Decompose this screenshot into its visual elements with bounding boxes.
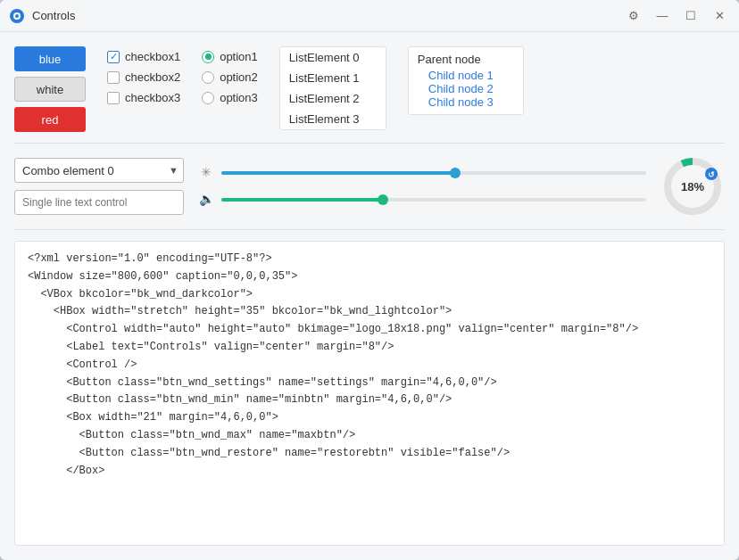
radio-2[interactable] <box>202 71 214 84</box>
divider-2 <box>14 229 725 230</box>
list-item-1[interactable]: ListElement 1 <box>280 68 386 88</box>
slider-2-track[interactable] <box>221 198 646 202</box>
checkbox-3-label: checkbox3 <box>125 91 180 104</box>
checkmark-1: ✓ <box>110 51 118 62</box>
checkbox-item-3[interactable]: checkbox3 <box>107 91 180 104</box>
option-item-3[interactable]: option3 <box>202 91 258 104</box>
volume-icon: 🔈 <box>198 192 214 208</box>
checkbox-item-1[interactable]: ✓ checkbox1 <box>107 50 180 63</box>
tree-child-2[interactable]: Child node 2 <box>418 82 514 95</box>
checkbox-item-2[interactable]: checkbox2 <box>107 70 180 84</box>
settings-button[interactable]: ⚙ <box>623 5 644 27</box>
slider-2-thumb[interactable] <box>378 194 388 205</box>
app-icon <box>9 8 25 24</box>
radio-1[interactable] <box>202 51 214 63</box>
option-item-2[interactable]: option2 <box>202 70 258 84</box>
titlebar: Controls ⚙ — ☐ ✕ <box>0 0 739 32</box>
sliders-section: ✳ 🔈 <box>198 165 646 208</box>
code-line-9: <Box width="21" margin="4,6,0,0"> <box>28 409 711 427</box>
list-item-3[interactable]: ListElement 3 <box>280 109 386 129</box>
option-item-1[interactable]: option1 <box>202 50 258 63</box>
minimize-button[interactable]: — <box>652 5 673 27</box>
code-line-8: <Button class="btn_wnd_min" name="minbtn… <box>28 391 711 409</box>
middle-section: Combo element 0 Combo element 1 Combo el… <box>14 154 725 218</box>
code-line-6: <Control /> <box>28 357 711 375</box>
brightness-icon: ✳ <box>198 165 214 181</box>
tree-child-3[interactable]: Child node 3 <box>418 95 514 109</box>
code-section: <?xml version="1.0" encoding="UTF-8"?> <… <box>14 241 725 546</box>
tree-child-1[interactable]: Child node 1 <box>418 69 514 82</box>
slider-1-thumb[interactable] <box>450 168 461 178</box>
radio-1-inner <box>205 54 212 60</box>
code-line-4: <Control width="auto" height="auto" bkim… <box>28 321 711 339</box>
divider-1 <box>14 143 725 144</box>
svg-text:↺: ↺ <box>708 170 715 179</box>
slider-1-track[interactable] <box>221 171 646 175</box>
code-line-5: <Label text="Controls" valign="center" m… <box>28 339 711 357</box>
list-item-0[interactable]: ListElement 0 <box>280 47 386 68</box>
code-line-12: </Box> <box>28 463 711 481</box>
donut-chart: ↺ 18% <box>660 154 725 218</box>
code-line-0: <?xml version="1.0" encoding="UTF-8"?> <box>28 251 711 268</box>
left-controls: Combo element 0 Combo element 1 Combo el… <box>14 158 184 215</box>
slider-1-fill <box>221 171 455 175</box>
code-line-10: <Button class="btn_wnd_max" name="maxbtn… <box>28 427 711 445</box>
svg-point-2 <box>15 14 19 18</box>
slider-row-2: 🔈 <box>198 192 646 208</box>
list-group: ListElement 0 ListElement 1 ListElement … <box>279 46 386 130</box>
radio-3[interactable] <box>202 92 214 104</box>
code-line-3: <HBox width="stretch" height="35" bkcolo… <box>28 303 711 321</box>
main-content: blue white red ✓ checkbox1 checkbox2 <box>0 32 739 560</box>
tree-parent: Parent node <box>418 53 514 66</box>
blue-button[interactable]: blue <box>14 46 86 71</box>
slider-row-1: ✳ <box>198 165 646 181</box>
code-line-7: <Button class="btn_wnd_settings" name="s… <box>28 375 711 392</box>
code-line-1: <Window size="800,600" caption="0,0,0,35… <box>28 268 711 286</box>
close-button[interactable]: ✕ <box>709 5 730 27</box>
option-3-label: option3 <box>220 91 258 104</box>
color-buttons-group: blue white red <box>14 46 86 132</box>
window: Controls ⚙ — ☐ ✕ blue white red ✓ <box>0 0 739 560</box>
window-controls: ⚙ — ☐ ✕ <box>623 5 730 27</box>
checkbox-3-box[interactable] <box>107 92 120 104</box>
window-title: Controls <box>32 9 623 22</box>
white-button[interactable]: white <box>14 77 86 102</box>
donut-label: 18% <box>681 180 704 194</box>
option-2-label: option2 <box>220 70 258 84</box>
checkboxes-group: ✓ checkbox1 checkbox2 checkbox3 <box>107 46 180 104</box>
checkbox-1-box[interactable]: ✓ <box>107 51 120 63</box>
red-button[interactable]: red <box>14 107 86 132</box>
slider-2-fill <box>221 198 383 202</box>
combo-select[interactable]: Combo element 0 Combo element 1 Combo el… <box>14 158 184 183</box>
options-group: option1 option2 option3 <box>202 46 258 104</box>
code-line-2: <VBox bkcolor="bk_wnd_darkcolor"> <box>28 286 711 304</box>
tree-group: Parent node Child node 1 Child node 2 Ch… <box>408 46 524 115</box>
checkbox-2-label: checkbox2 <box>125 70 180 84</box>
checkbox-2-box[interactable] <box>107 71 120 84</box>
option-1-label: option1 <box>220 50 258 63</box>
checkbox-1-label: checkbox1 <box>125 50 180 63</box>
maximize-button[interactable]: ☐ <box>680 5 702 27</box>
code-line-11: <Button class="btn_wnd_restore" name="re… <box>28 445 711 463</box>
text-input[interactable] <box>14 190 184 215</box>
combo-wrapper[interactable]: Combo element 0 Combo element 1 Combo el… <box>14 158 184 183</box>
list-item-2[interactable]: ListElement 2 <box>280 88 386 109</box>
top-section: blue white red ✓ checkbox1 checkbox2 <box>14 46 725 132</box>
